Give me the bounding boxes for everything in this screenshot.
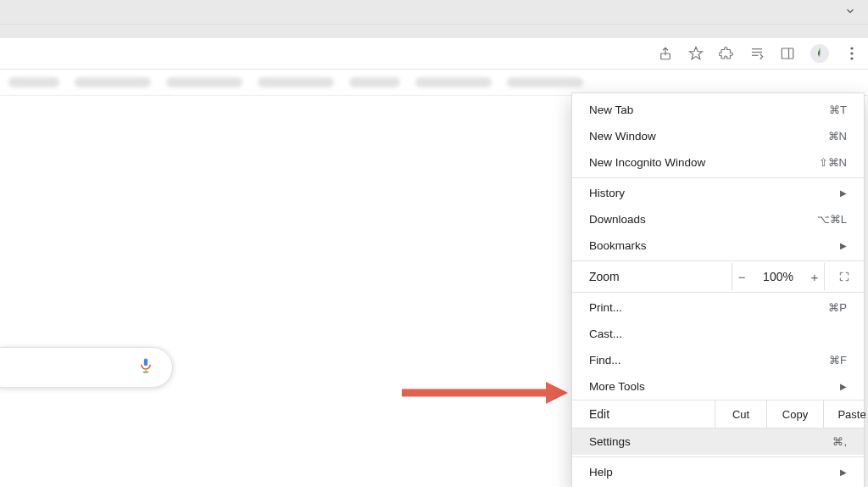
menu-item-settings[interactable]: Settings ⌘,: [572, 428, 864, 455]
svg-point-7: [850, 47, 853, 49]
menu-label: New Window: [589, 130, 656, 143]
menu-label: More Tools: [589, 380, 645, 393]
edit-copy-button[interactable]: Copy: [766, 400, 823, 428]
menu-shortcut: ⇧⌘N: [819, 156, 847, 169]
svg-point-9: [850, 57, 853, 59]
page-content: New Tab ⌘T New Window ⌘N New Incognito W…: [0, 96, 868, 487]
zoom-out-button[interactable]: −: [736, 270, 748, 284]
mac-titlebar: [0, 0, 868, 25]
menu-item-more-tools[interactable]: More Tools ▶: [572, 373, 864, 400]
sidepanel-icon[interactable]: [780, 46, 795, 61]
menu-label: Help: [589, 466, 613, 479]
menu-label: Bookmarks: [589, 239, 647, 252]
chrome-main-menu: New Tab ⌘T New Window ⌘N New Incognito W…: [571, 92, 865, 487]
menu-label: New Incognito Window: [589, 156, 705, 169]
menu-shortcut: ⌘F: [829, 354, 847, 367]
extensions-icon[interactable]: [719, 46, 734, 61]
google-search-box[interactable]: [0, 347, 173, 388]
menu-separator: [572, 177, 864, 178]
browser-toolbar: [0, 38, 868, 70]
menu-separator: [572, 456, 864, 457]
zoom-controls: − 100% +: [732, 263, 825, 290]
menu-label: Find...: [589, 354, 621, 367]
bookmark-item[interactable]: [8, 77, 59, 87]
menu-label: New Tab: [589, 104, 633, 116]
menu-item-print[interactable]: Print... ⌘P: [572, 294, 864, 321]
tab-strip: [0, 25, 868, 38]
submenu-arrow-icon: ▶: [840, 467, 847, 477]
menu-shortcut: ⌘T: [829, 104, 847, 116]
chrome-menu-button[interactable]: [844, 46, 860, 61]
svg-marker-14: [546, 382, 568, 404]
svg-rect-5: [782, 48, 793, 59]
menu-separator: [572, 260, 864, 261]
edit-label: Edit: [572, 400, 715, 428]
submenu-arrow-icon: ▶: [840, 382, 847, 391]
menu-item-new-incognito[interactable]: New Incognito Window ⇧⌘N: [572, 149, 864, 176]
svg-marker-1: [690, 48, 703, 59]
bookmark-item[interactable]: [415, 77, 492, 87]
menu-item-new-window[interactable]: New Window ⌘N: [572, 123, 864, 149]
menu-item-bookmarks[interactable]: Bookmarks ▶: [572, 232, 864, 259]
edit-cut-button[interactable]: Cut: [715, 400, 766, 428]
menu-separator: [572, 292, 864, 293]
menu-item-history[interactable]: History ▶: [572, 180, 864, 206]
reading-list-icon[interactable]: [749, 46, 765, 61]
share-icon[interactable]: [658, 46, 673, 61]
annotation-arrow: [400, 380, 568, 406]
menu-label: Print...: [589, 301, 622, 314]
svg-rect-10: [144, 358, 147, 366]
menu-item-downloads[interactable]: Downloads ⌥⌘L: [572, 206, 864, 232]
profile-avatar[interactable]: [810, 44, 829, 63]
microphone-icon[interactable]: [138, 357, 153, 378]
fullscreen-button[interactable]: [825, 263, 864, 290]
zoom-label: Zoom: [572, 263, 732, 290]
bookmark-item[interactable]: [258, 77, 334, 87]
menu-item-cast[interactable]: Cast...: [572, 321, 864, 347]
menu-item-new-tab[interactable]: New Tab ⌘T: [572, 97, 864, 123]
bookmark-item[interactable]: [75, 77, 151, 87]
star-icon[interactable]: [688, 46, 704, 61]
zoom-value: 100%: [763, 270, 793, 283]
menu-item-find[interactable]: Find... ⌘F: [572, 347, 864, 373]
bookmark-item[interactable]: [166, 77, 242, 87]
menu-shortcut: ⌘P: [828, 301, 847, 314]
menu-label: Downloads: [589, 213, 646, 226]
bookmark-item[interactable]: [507, 77, 583, 87]
edit-paste-button[interactable]: Paste: [823, 400, 868, 428]
menu-shortcut: ⌥⌘L: [817, 213, 847, 226]
menu-label: Settings: [589, 435, 631, 448]
submenu-arrow-icon: ▶: [840, 188, 847, 198]
menu-label: Cast...: [589, 327, 622, 340]
bookmark-item[interactable]: [349, 77, 400, 87]
chevron-down-icon[interactable]: [844, 5, 856, 20]
menu-shortcut: ⌘N: [828, 130, 847, 143]
zoom-in-button[interactable]: +: [809, 270, 821, 284]
submenu-arrow-icon: ▶: [840, 241, 847, 250]
menu-item-edit: Edit Cut Copy Paste: [572, 400, 864, 428]
menu-shortcut: ⌘,: [832, 435, 847, 448]
menu-item-help[interactable]: Help ▶: [572, 459, 864, 485]
menu-label: History: [589, 187, 625, 199]
menu-item-zoom: Zoom − 100% +: [572, 263, 864, 290]
svg-point-8: [850, 52, 853, 54]
